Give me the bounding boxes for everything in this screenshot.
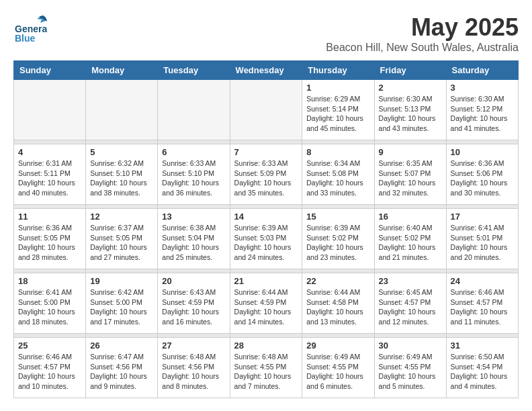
day-number: 18 <box>18 276 81 286</box>
day-number: 7 <box>234 147 298 157</box>
day-number: 31 <box>451 340 514 351</box>
day-info: Sunrise: 6:33 AM Sunset: 5:10 PM Dayligh… <box>162 158 225 198</box>
week-row-5: 25Sunrise: 6:46 AM Sunset: 4:57 PM Dayli… <box>14 338 519 398</box>
calendar-cell: 30Sunrise: 6:49 AM Sunset: 4:55 PM Dayli… <box>374 338 446 398</box>
calendar-cell: 7Sunrise: 6:33 AM Sunset: 5:09 PM Daylig… <box>230 144 302 205</box>
calendar-cell <box>230 80 302 140</box>
day-number: 9 <box>379 147 442 157</box>
day-number: 30 <box>379 340 442 351</box>
calendar-cell: 13Sunrise: 6:38 AM Sunset: 5:04 PM Dayli… <box>158 209 230 269</box>
day-info: Sunrise: 6:31 AM Sunset: 5:11 PM Dayligh… <box>18 158 81 198</box>
day-number: 17 <box>451 212 514 222</box>
header-saturday: Saturday <box>446 61 518 80</box>
day-number: 4 <box>18 147 81 157</box>
calendar-cell: 29Sunrise: 6:49 AM Sunset: 4:55 PM Dayli… <box>302 338 374 398</box>
calendar-cell: 26Sunrise: 6:47 AM Sunset: 4:56 PM Dayli… <box>86 338 158 398</box>
week-row-3: 11Sunrise: 6:36 AM Sunset: 5:05 PM Dayli… <box>14 209 519 269</box>
calendar-cell: 14Sunrise: 6:39 AM Sunset: 5:03 PM Dayli… <box>230 209 302 269</box>
month-title: May 2025 <box>326 13 519 42</box>
calendar-cell: 21Sunrise: 6:44 AM Sunset: 4:59 PM Dayli… <box>230 273 302 334</box>
day-number: 15 <box>306 212 369 222</box>
day-info: Sunrise: 6:34 AM Sunset: 5:08 PM Dayligh… <box>306 158 369 198</box>
calendar-cell: 17Sunrise: 6:41 AM Sunset: 5:01 PM Dayli… <box>446 209 518 269</box>
weekday-header-row: Sunday Monday Tuesday Wednesday Thursday… <box>14 61 519 80</box>
day-number: 6 <box>162 147 225 157</box>
day-info: Sunrise: 6:38 AM Sunset: 5:04 PM Dayligh… <box>162 223 225 263</box>
day-info: Sunrise: 6:33 AM Sunset: 5:09 PM Dayligh… <box>234 158 298 198</box>
day-info: Sunrise: 6:45 AM Sunset: 4:57 PM Dayligh… <box>379 287 442 327</box>
header-friday: Friday <box>374 61 446 80</box>
day-number: 14 <box>234 212 298 222</box>
day-info: Sunrise: 6:49 AM Sunset: 4:55 PM Dayligh… <box>379 352 442 392</box>
calendar-cell: 12Sunrise: 6:37 AM Sunset: 5:05 PM Dayli… <box>86 209 158 269</box>
day-info: Sunrise: 6:36 AM Sunset: 5:05 PM Dayligh… <box>18 223 81 263</box>
day-info: Sunrise: 6:41 AM Sunset: 5:00 PM Dayligh… <box>18 287 81 327</box>
calendar-table: Sunday Monday Tuesday Wednesday Thursday… <box>13 60 519 398</box>
calendar-cell <box>86 80 158 140</box>
calendar-cell: 3Sunrise: 6:30 AM Sunset: 5:12 PM Daylig… <box>446 80 518 140</box>
location: Beacon Hill, New South Wales, Australia <box>326 42 519 54</box>
day-info: Sunrise: 6:46 AM Sunset: 4:57 PM Dayligh… <box>451 287 514 327</box>
day-info: Sunrise: 6:47 AM Sunset: 4:56 PM Dayligh… <box>90 352 153 392</box>
day-info: Sunrise: 6:43 AM Sunset: 4:59 PM Dayligh… <box>162 287 225 327</box>
day-number: 29 <box>306 340 369 351</box>
day-number: 11 <box>18 212 81 222</box>
calendar-cell: 4Sunrise: 6:31 AM Sunset: 5:11 PM Daylig… <box>14 144 86 205</box>
logo-icon: General Blue <box>13 13 47 47</box>
week-row-1: 1Sunrise: 6:29 AM Sunset: 5:14 PM Daylig… <box>14 80 519 140</box>
calendar-cell <box>14 80 86 140</box>
calendar-cell: 27Sunrise: 6:48 AM Sunset: 4:56 PM Dayli… <box>158 338 230 398</box>
calendar-cell: 15Sunrise: 6:39 AM Sunset: 5:02 PM Dayli… <box>302 209 374 269</box>
calendar-cell: 22Sunrise: 6:44 AM Sunset: 4:58 PM Dayli… <box>302 273 374 334</box>
day-info: Sunrise: 6:35 AM Sunset: 5:07 PM Dayligh… <box>379 158 442 198</box>
day-number: 1 <box>306 83 369 93</box>
day-info: Sunrise: 6:44 AM Sunset: 4:59 PM Dayligh… <box>234 287 298 327</box>
day-info: Sunrise: 6:39 AM Sunset: 5:02 PM Dayligh… <box>306 223 369 263</box>
day-info: Sunrise: 6:42 AM Sunset: 5:00 PM Dayligh… <box>90 287 153 327</box>
page-header: General Blue May 2025 Beacon Hill, New S… <box>13 13 519 54</box>
day-number: 12 <box>90 212 153 222</box>
calendar-cell: 31Sunrise: 6:50 AM Sunset: 4:54 PM Dayli… <box>446 338 518 398</box>
day-info: Sunrise: 6:50 AM Sunset: 4:54 PM Dayligh… <box>451 352 514 392</box>
day-number: 28 <box>234 340 298 351</box>
day-number: 27 <box>162 340 225 351</box>
day-number: 20 <box>162 276 225 286</box>
calendar-cell: 9Sunrise: 6:35 AM Sunset: 5:07 PM Daylig… <box>374 144 446 205</box>
title-section: May 2025 Beacon Hill, New South Wales, A… <box>326 13 519 54</box>
calendar-cell: 16Sunrise: 6:40 AM Sunset: 5:02 PM Dayli… <box>374 209 446 269</box>
day-number: 5 <box>90 147 153 157</box>
calendar-cell: 6Sunrise: 6:33 AM Sunset: 5:10 PM Daylig… <box>158 144 230 205</box>
day-number: 8 <box>306 147 369 157</box>
day-info: Sunrise: 6:49 AM Sunset: 4:55 PM Dayligh… <box>306 352 369 392</box>
calendar-cell: 23Sunrise: 6:45 AM Sunset: 4:57 PM Dayli… <box>374 273 446 334</box>
day-info: Sunrise: 6:30 AM Sunset: 5:12 PM Dayligh… <box>451 94 514 134</box>
day-number: 24 <box>451 276 514 286</box>
calendar-cell: 28Sunrise: 6:48 AM Sunset: 4:55 PM Dayli… <box>230 338 302 398</box>
calendar-cell <box>158 80 230 140</box>
day-info: Sunrise: 6:48 AM Sunset: 4:55 PM Dayligh… <box>234 352 298 392</box>
day-info: Sunrise: 6:29 AM Sunset: 5:14 PM Dayligh… <box>306 94 369 134</box>
day-number: 2 <box>379 83 442 93</box>
day-number: 19 <box>90 276 153 286</box>
calendar-cell: 18Sunrise: 6:41 AM Sunset: 5:00 PM Dayli… <box>14 273 86 334</box>
calendar-cell: 25Sunrise: 6:46 AM Sunset: 4:57 PM Dayli… <box>14 338 86 398</box>
calendar-cell: 20Sunrise: 6:43 AM Sunset: 4:59 PM Dayli… <box>158 273 230 334</box>
calendar-cell: 1Sunrise: 6:29 AM Sunset: 5:14 PM Daylig… <box>302 80 374 140</box>
calendar-cell: 11Sunrise: 6:36 AM Sunset: 5:05 PM Dayli… <box>14 209 86 269</box>
header-sunday: Sunday <box>14 61 86 80</box>
day-info: Sunrise: 6:36 AM Sunset: 5:06 PM Dayligh… <box>451 158 514 198</box>
day-number: 22 <box>306 276 369 286</box>
day-number: 26 <box>90 340 153 351</box>
calendar-cell: 2Sunrise: 6:30 AM Sunset: 5:13 PM Daylig… <box>374 80 446 140</box>
day-info: Sunrise: 6:37 AM Sunset: 5:05 PM Dayligh… <box>90 223 153 263</box>
svg-text:Blue: Blue <box>15 33 36 44</box>
day-number: 25 <box>18 340 81 351</box>
calendar-cell: 10Sunrise: 6:36 AM Sunset: 5:06 PM Dayli… <box>446 144 518 205</box>
day-info: Sunrise: 6:30 AM Sunset: 5:13 PM Dayligh… <box>379 94 442 134</box>
day-number: 21 <box>234 276 298 286</box>
day-number: 3 <box>451 83 514 93</box>
calendar-cell: 24Sunrise: 6:46 AM Sunset: 4:57 PM Dayli… <box>446 273 518 334</box>
calendar-cell: 5Sunrise: 6:32 AM Sunset: 5:10 PM Daylig… <box>86 144 158 205</box>
week-row-2: 4Sunrise: 6:31 AM Sunset: 5:11 PM Daylig… <box>14 144 519 205</box>
header-wednesday: Wednesday <box>230 61 302 80</box>
